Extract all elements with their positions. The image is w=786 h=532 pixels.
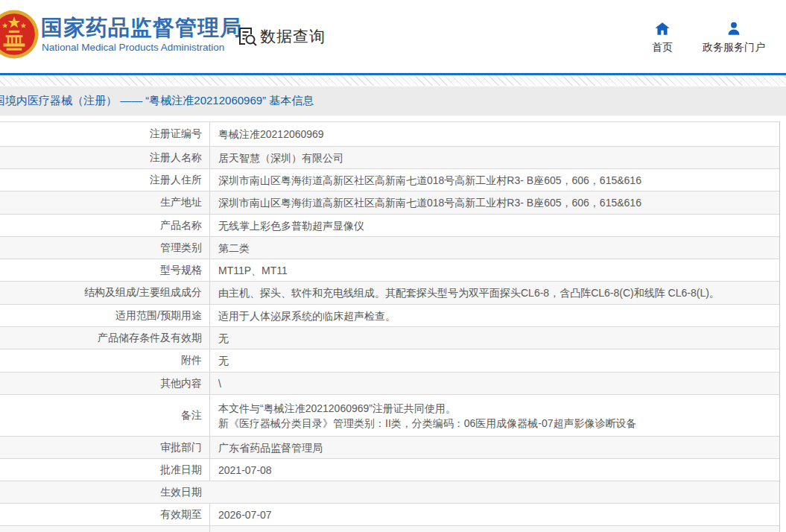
table-row: 注册证编号粤械注准20212060969 [0,122,779,147]
field-value [209,481,779,503]
page-title: 国境内医疗器械（注册） —— “粤械注准20212060969” 基本信息 [0,94,314,108]
page-title-bar: 国境内医疗器械（注册） —— “粤械注准20212060969” 基本信息 [0,86,786,115]
field-label: 其他内容 [0,373,209,394]
data-query-tab[interactable]: 数据查询 [235,25,326,48]
info-table: 注册证编号粤械注准20212060969注册人名称居天智慧（深圳）有限公司注册人… [0,121,780,532]
field-label: 注册人名称 [0,147,209,168]
nav-portal[interactable]: 政务服务门户 [703,21,765,54]
field-value: 深圳市南山区粤海街道高新区社区高新南七道018号高新工业村R3- B座605，6… [209,191,779,214]
table-row: 生效日期 [0,481,779,504]
table-row: 注册人名称居天智慧（深圳）有限公司 [0,147,779,169]
page: 国家药品监督管理局 National Medical Products Admi… [0,0,786,532]
field-value: 2026-07-07 [209,504,779,525]
field-value: 第二类 [209,237,779,259]
home-icon [654,21,671,37]
table-row: 产品储存条件及有效期无 [0,327,779,349]
field-label: 产品名称 [0,215,209,236]
table-row [0,526,779,532]
table-row: 结构及组成/主要组成成分由主机、探头、软件和充电线组成。其配套探头型号为双平面探… [0,282,779,305]
table-row: 备注本文件与“粤械注准20212060969”注册证共同使用。新《医疗器械分类目… [0,395,779,437]
field-value: 深圳市南山区粤海街道高新区社区高新南七道018号高新工业村R3- B座605，6… [209,169,779,191]
field-label: 批准日期 [0,459,209,481]
field-label: 有效期至 [0,504,209,525]
field-label: 结构及组成/主要组成成分 [0,282,209,304]
field-value: 无线掌上彩色多普勒超声显像仪 [209,215,779,236]
field-value: \ [209,373,779,394]
table-row: 管理类别第二类 [0,237,779,259]
table-row: 批准日期2021-07-08 [0,459,779,481]
field-label: 注册证编号 [0,122,209,146]
field-value [209,526,779,532]
field-label: 注册人住所 [0,169,209,191]
field-label: 型号规格 [0,259,209,281]
stripe-band [0,75,786,86]
field-label: 生产地址 [0,191,209,214]
table-row: 附件无 [0,349,779,373]
table-row: 其他内容\ [0,373,779,395]
field-label: 附件 [0,349,209,372]
data-query-label: 数据查询 [260,26,326,47]
field-value: 广东省药品监督管理局 [209,437,779,458]
user-icon [726,21,742,37]
national-emblem-icon [0,10,39,59]
site-title-english: National Medical Products Administration [42,42,224,53]
table-row: 型号规格MT11P、MT11 [0,259,779,282]
site-title[interactable]: 国家药品监督管理局 [41,13,242,43]
table-row: 有效期至2026-07-07 [0,504,779,526]
field-value: 粤械注准20212060969 [209,122,779,146]
field-label: 适用范围/预期用途 [0,305,209,326]
nav-home-label: 首页 [652,41,673,54]
data-query-icon [235,25,258,48]
field-value: 无 [209,327,779,349]
field-label: 产品储存条件及有效期 [0,327,209,349]
table-row: 适用范围/预期用途适用于人体泌尿系统的临床超声检查。 [0,305,779,327]
site-header: 国家药品监督管理局 National Medical Products Admi… [0,0,786,73]
field-label: 审批部门 [0,437,209,458]
field-label: 生效日期 [0,481,209,503]
field-label: 备注 [0,395,209,436]
nav-portal-label: 政务服务门户 [703,41,765,54]
field-value: 2021-07-08 [209,459,779,481]
table-row: 生产地址深圳市南山区粤海街道高新区社区高新南七道018号高新工业村R3- B座6… [0,191,779,215]
table-row: 审批部门广东省药品监督管理局 [0,437,779,459]
field-label [0,526,209,532]
field-value: 居天智慧（深圳）有限公司 [209,147,779,168]
field-value: 本文件与“粤械注准20212060969”注册证共同使用。新《医疗器械分类目录》… [209,395,779,436]
field-label: 管理类别 [0,237,209,259]
nav-home[interactable]: 首页 [652,21,673,54]
top-nav: 首页 政务服务门户 [652,21,765,54]
table-row: 产品名称无线掌上彩色多普勒超声显像仪 [0,215,779,237]
field-value: 无 [209,349,779,372]
field-value: MT11P、MT11 [209,259,779,281]
field-value: 适用于人体泌尿系统的临床超声检查。 [209,305,779,326]
field-value: 由主机、探头、软件和充电线组成。其配套探头型号为双平面探头CL6-8，含凸阵CL… [209,282,779,304]
table-row: 注册人住所深圳市南山区粤海街道高新区社区高新南七道018号高新工业村R3- B座… [0,169,779,191]
